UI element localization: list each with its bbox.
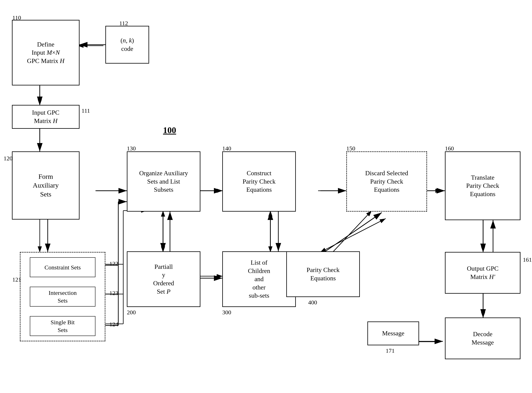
list-children-label: List ofChildrenandothersub-sets: [248, 259, 270, 300]
dashed-sets-group: Constraint Sets IntersectionSets Single …: [20, 252, 105, 341]
ref-160: 160: [445, 145, 454, 152]
nk-code-box: (n, k)code: [105, 26, 149, 64]
ref-200: 200: [127, 309, 136, 316]
decode-message-box: DecodeMessage: [445, 318, 521, 359]
ref-111: 111: [81, 107, 90, 114]
construct-pce-label: ConstructParity CheckEquations: [243, 169, 276, 194]
ref-123: 123: [109, 290, 118, 296]
define-input-box: DefineInput M×NGPC Matrix H: [12, 20, 80, 85]
label-100-text: 100: [163, 125, 176, 135]
output-gpc-box: Output GPCMatrix H': [445, 252, 521, 294]
diagram-label-100: 100: [163, 125, 176, 135]
ref-400: 400: [308, 299, 317, 306]
ref-130: 130: [127, 145, 136, 152]
form-aux-box: FormAuxiliarySets: [12, 151, 80, 220]
svg-line-50: [318, 213, 382, 256]
ref-110: 110: [12, 14, 21, 21]
ref-150: 150: [346, 145, 355, 152]
form-aux-label: FormAuxiliarySets: [33, 172, 59, 199]
partially-ordered-box: PartiallyOrderedSet P: [127, 251, 200, 307]
constraint-sets-box: Constraint Sets: [30, 257, 95, 277]
intersection-sets-box: IntersectionSets: [30, 287, 95, 307]
list-children-box: List ofChildrenandothersub-sets: [222, 251, 296, 307]
ref-161: 161: [523, 256, 532, 263]
svg-line-29: [320, 219, 386, 252]
ref-124: 124: [109, 321, 118, 328]
svg-line-51: [318, 213, 382, 256]
svg-line-28: [320, 219, 386, 252]
diagram: DefineInput M×NGPC Matrix H 110 (n, k)co…: [0, 0, 532, 393]
message-label: Message: [382, 329, 404, 338]
single-bit-sets-label: Single BitSets: [51, 318, 75, 334]
constraint-sets-label: Constraint Sets: [45, 263, 81, 271]
organize-aux-label: Organize AuxiliarySets and ListSubsets: [139, 169, 188, 194]
output-gpc-label: Output GPCMatrix H': [467, 265, 498, 281]
ref-140: 140: [222, 145, 231, 152]
translate-pce-label: TranslateParity CheckEquations: [466, 173, 499, 198]
message-box: Message: [367, 321, 419, 345]
ref-122: 122: [109, 260, 118, 267]
intersection-sets-label: IntersectionSets: [49, 289, 77, 305]
parity-check-eq-box: Parity CheckEquations: [286, 251, 360, 297]
svg-line-20: [320, 211, 386, 252]
discard-pce-label: Discard SelectedParity CheckEquations: [365, 169, 408, 194]
input-gpc-box: Input GPCMatrix H: [12, 105, 80, 129]
define-input-label: DefineInput M×NGPC Matrix H: [27, 40, 65, 65]
ref-121: 121: [12, 276, 21, 283]
ref-300: 300: [222, 309, 231, 316]
decode-message-label: DecodeMessage: [472, 330, 494, 347]
partially-ordered-label: PartiallyOrderedSet P: [153, 263, 174, 296]
ref-112: 112: [119, 20, 128, 27]
parity-check-eq-label: Parity CheckEquations: [307, 266, 340, 282]
discard-pce-box: Discard SelectedParity CheckEquations: [346, 151, 427, 211]
single-bit-sets-box: Single BitSets: [30, 316, 95, 336]
organize-aux-box: Organize AuxiliarySets and ListSubsets: [127, 151, 200, 211]
ref-120: 120: [4, 155, 13, 162]
nk-code-label: (n, k)code: [120, 36, 134, 53]
construct-pce-box: ConstructParity CheckEquations: [222, 151, 296, 211]
translate-pce-box: TranslateParity CheckEquations: [445, 151, 521, 220]
input-gpc-label: Input GPCMatrix H: [32, 108, 60, 125]
ref-171: 171: [386, 347, 395, 354]
